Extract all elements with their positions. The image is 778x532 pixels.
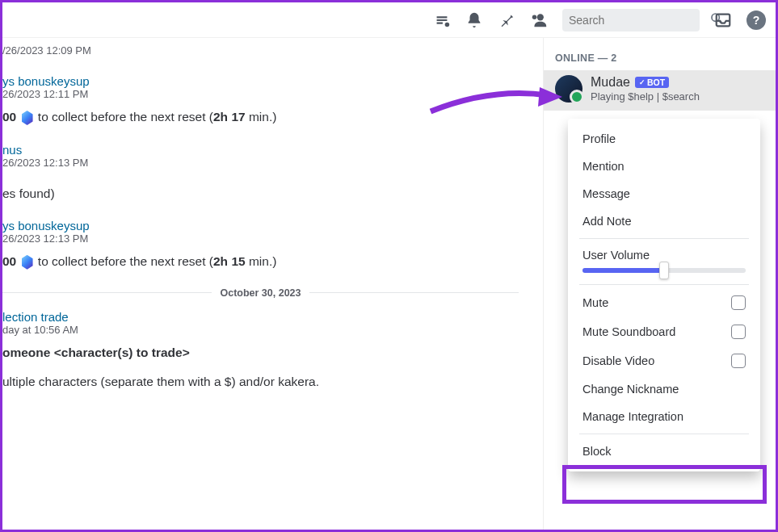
menu-manage-integration[interactable]: Manage Integration [574, 403, 754, 430]
avatar [555, 75, 582, 103]
menu-mute[interactable]: Mute [574, 288, 754, 317]
menu-block[interactable]: Block [574, 438, 754, 465]
message-content: es found) [2, 186, 543, 201]
threads-icon[interactable] [433, 11, 451, 29]
menu-divider [579, 238, 749, 239]
message-content: ultiple characters (separate them with a… [2, 375, 543, 389]
search-input[interactable] [569, 14, 710, 27]
command-link[interactable]: ys bonuskeysup [2, 74, 543, 88]
menu-disable-video[interactable]: Disable Video [574, 346, 754, 375]
menu-divider [579, 284, 749, 285]
menu-mention[interactable]: Mention [574, 153, 754, 180]
kakera-icon [22, 111, 33, 125]
message-content: 00 to collect before the next reset (2h … [2, 110, 543, 125]
search-box[interactable] [562, 9, 700, 31]
menu-profile[interactable]: Profile [574, 125, 754, 153]
command-link[interactable]: lection trade [2, 310, 543, 324]
menu-message[interactable]: Message [574, 180, 754, 207]
message-content: 00 to collect before the next reset (2h … [2, 254, 543, 270]
date-divider: October 30, 2023 [2, 287, 519, 299]
pinned-icon[interactable] [498, 11, 515, 29]
message-timestamp: 26/2023 12:13 PM [2, 232, 543, 245]
message-timestamp: 26/2023 12:11 PM [2, 88, 543, 100]
svg-point-1 [537, 14, 544, 20]
user-context-menu: Profile Mention Message Add Note User Vo… [568, 119, 760, 471]
message-timestamp: 26/2023 12:13 PM [2, 157, 543, 169]
member-name: Mudae [591, 75, 630, 90]
message-timestamp: /26/2023 12:09 PM [2, 44, 543, 57]
checkbox-icon[interactable] [731, 325, 746, 339]
checkbox-icon[interactable] [731, 354, 746, 368]
message-timestamp: day at 10:56 AM [2, 324, 543, 336]
checkbox-icon[interactable] [731, 295, 746, 310]
message-list: /26/2023 12:09 PM ys bonuskeysup 26/2023… [2, 38, 543, 530]
inbox-icon[interactable] [714, 11, 732, 29]
help-icon[interactable]: ? [746, 10, 766, 30]
command-link[interactable]: nus [2, 143, 543, 157]
member-row[interactable]: Mudae BOT Playing $help | $search [544, 70, 776, 111]
slider-thumb[interactable] [659, 262, 669, 279]
channel-header: ? [2, 2, 776, 38]
menu-add-note[interactable]: Add Note [574, 207, 754, 235]
menu-divider [579, 434, 749, 434]
online-header: ONLINE — 2 [544, 38, 776, 70]
member-list-icon[interactable] [530, 11, 548, 29]
kakera-icon [22, 255, 33, 270]
svg-point-2 [532, 15, 537, 19]
notifications-icon[interactable] [465, 11, 483, 29]
command-link[interactable]: ys bonuskeysup [2, 219, 543, 232]
bot-badge: BOT [635, 77, 669, 88]
menu-change-nickname[interactable]: Change Nickname [574, 375, 754, 403]
volume-slider[interactable] [574, 265, 754, 281]
message-content: omeone <character(s) to trade> [2, 346, 543, 360]
menu-mute-soundboard[interactable]: Mute Soundboard [574, 317, 754, 346]
svg-point-0 [445, 22, 450, 27]
member-status: Playing $help | $search [591, 90, 764, 103]
